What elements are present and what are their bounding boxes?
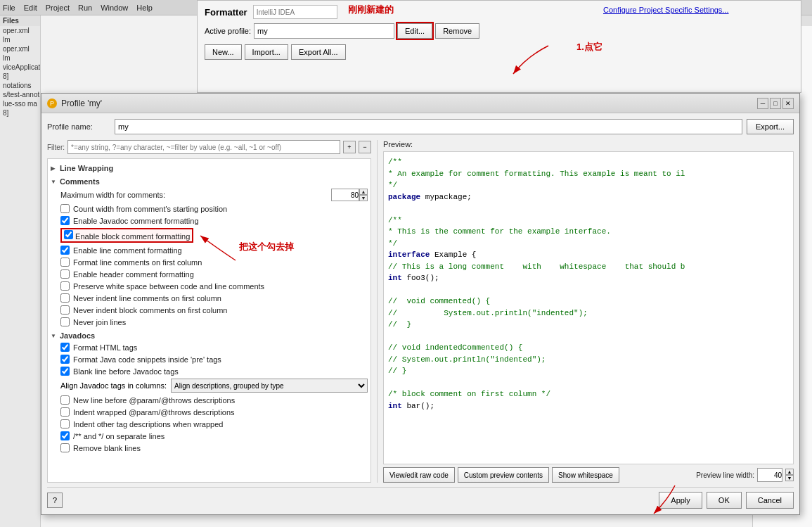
align-tags-select[interactable]: Align descriptions, grouped by type [171,379,368,393]
import-button[interactable]: Import... [245,44,288,60]
blank-line-before-checkbox[interactable] [60,367,70,376]
spin-up[interactable]: ▲ [359,189,368,195]
format-html-checkbox[interactable] [60,343,70,352]
remove-blank-checkbox[interactable] [60,443,70,452]
file-item-5[interactable]: viceApplicati [0,63,40,72]
remove-blank-item: Remove blank lines [60,442,368,454]
file-item-6[interactable]: 8] [0,72,40,81]
view-raw-button[interactable]: View/edit raw code [383,467,455,483]
file-item-4[interactable]: lm [0,53,40,63]
enable-javadoc-checkbox[interactable] [60,216,70,225]
dialog-main-split: Filter: + − Line Wrapping [47,140,794,483]
menu-window[interactable]: Window [101,4,128,12]
apply-button[interactable]: Apply [659,492,702,509]
preview-spin-up[interactable]: ▲ [785,469,794,475]
file-item-3[interactable]: oper.xml [0,44,40,53]
blank-line-before-label[interactable]: Blank line before Javadoc tags [73,367,179,376]
preserve-whitespace-label[interactable]: Preserve white space between code and li… [73,282,264,291]
format-line-first-label[interactable]: Format line comments on first column [73,258,202,267]
file-item-2[interactable]: lm [0,35,40,44]
preview-width-input[interactable] [757,468,782,482]
never-indent-line-label[interactable]: Never indent line comments on first colu… [73,294,221,303]
menu-run[interactable]: Run [78,4,92,12]
javadocs-header[interactable]: Javadocs [51,329,368,341]
indent-wrapped-label[interactable]: Indent wrapped @param/@throws descriptio… [73,408,235,417]
preserve-whitespace-checkbox[interactable] [60,281,70,291]
max-width-input[interactable] [331,189,359,201]
preview-spin-down[interactable]: ▼ [785,475,794,481]
new-line-param-checkbox[interactable] [60,395,70,405]
filter-add-btn[interactable]: + [343,141,356,153]
max-width-spinner[interactable]: ▲ ▼ [359,189,368,201]
never-indent-line-checkbox[interactable] [60,293,70,303]
cancel-button[interactable]: Cancel [746,492,794,509]
spin-down[interactable]: ▼ [359,195,368,201]
edit-button[interactable]: Edit... [397,23,432,39]
close-button[interactable]: ✕ [782,98,794,109]
enable-header-label[interactable]: Enable header comment formatting [73,270,194,279]
file-item-8[interactable]: s/test-annot [0,90,40,99]
custom-preview-button[interactable]: Custom preview contents [458,467,549,483]
file-item-7[interactable]: notations [0,81,40,90]
enable-line-checkbox[interactable] [60,246,70,255]
left-settings-panel: Filter: + − Line Wrapping [47,140,378,483]
export-all-button[interactable]: Export All... [291,44,346,60]
help-button[interactable]: ? [47,493,63,508]
dialog-icon: P [47,99,57,108]
profile-name-row: Profile name: Export... [47,119,794,134]
never-join-checkbox[interactable] [60,317,70,326]
never-indent-block-checkbox[interactable] [60,305,70,315]
export-button[interactable]: Export... [747,119,794,134]
minimize-button[interactable]: ─ [757,98,768,109]
preview-width-spinner[interactable]: ▲ ▼ [785,469,794,481]
menu-edit[interactable]: Edit [24,4,37,12]
remove-blank-label[interactable]: Remove blank lines [73,444,141,452]
format-java-snippets-label[interactable]: Format Java code snippets inside 'pre' t… [73,355,221,364]
format-java-snippets-item: Format Java code snippets inside 'pre' t… [60,353,368,365]
menu-help[interactable]: Help [136,4,153,12]
new-line-param-label[interactable]: New line before @param/@throws descripti… [73,396,235,405]
ok-button[interactable]: OK [707,492,742,509]
separate-lines-label[interactable]: /** and */ on separate lines [73,432,165,440]
comments-header[interactable]: Comments [51,175,368,187]
count-width-label[interactable]: Count width from comment's starting posi… [73,205,227,213]
remove-button[interactable]: Remove [435,23,479,39]
profile-name-input[interactable] [115,119,742,134]
javadocs-arrow [51,333,58,339]
configure-link[interactable]: Configure Project Specific Settings... [603,6,729,14]
dialog-title: Profile 'my' [61,99,102,108]
menu-file[interactable]: File [3,4,15,12]
active-profile-input[interactable] [254,23,394,39]
never-indent-block-label[interactable]: Never indent block comments on first col… [73,306,227,315]
indent-other-label[interactable]: Indent other tag descriptions when wrapp… [73,420,223,428]
settings-tree[interactable]: Line Wrapping Comments [47,158,371,483]
show-whitespace-button[interactable]: Show whitespace [552,467,619,483]
format-line-first-checkbox[interactable] [60,258,70,267]
file-item-10[interactable]: 8] [0,108,40,118]
indent-other-checkbox[interactable] [60,419,70,428]
enable-block-checkbox[interactable] [64,230,73,239]
never-join-label[interactable]: Never join lines [73,318,126,326]
enable-line-label[interactable]: Enable line comment formatting [73,246,182,255]
indent-wrapped-checkbox[interactable] [60,407,70,417]
file-item-9[interactable]: lue-sso ma [0,99,40,108]
enable-javadoc-label[interactable]: Enable Javadoc comment formatting [73,217,199,225]
file-item-1[interactable]: oper.xml [0,26,40,35]
menu-project[interactable]: Project [46,4,70,12]
filter-input[interactable] [67,140,340,154]
enable-block-label[interactable]: Enable block comment formatting [75,232,190,241]
preview-code-area[interactable]: /** * An example for comment formatting.… [383,151,794,464]
format-java-snippets-checkbox[interactable] [60,355,70,364]
enable-header-checkbox[interactable] [60,269,70,279]
line-wrapping-header[interactable]: Line Wrapping [51,162,368,174]
code-line-4: package mypackage; [388,191,789,203]
maximize-button[interactable]: □ [770,98,781,109]
never-join-item: Never join lines [60,316,368,328]
filter-text-input[interactable] [253,5,337,19]
align-tags-label: Align Javadoc tags in columns: [60,381,167,390]
format-html-label[interactable]: Format HTML tags [73,343,137,352]
new-button[interactable]: New... [205,44,242,60]
count-width-checkbox[interactable] [60,204,70,213]
filter-remove-btn[interactable]: − [359,141,371,153]
separate-lines-checkbox[interactable] [60,431,70,440]
